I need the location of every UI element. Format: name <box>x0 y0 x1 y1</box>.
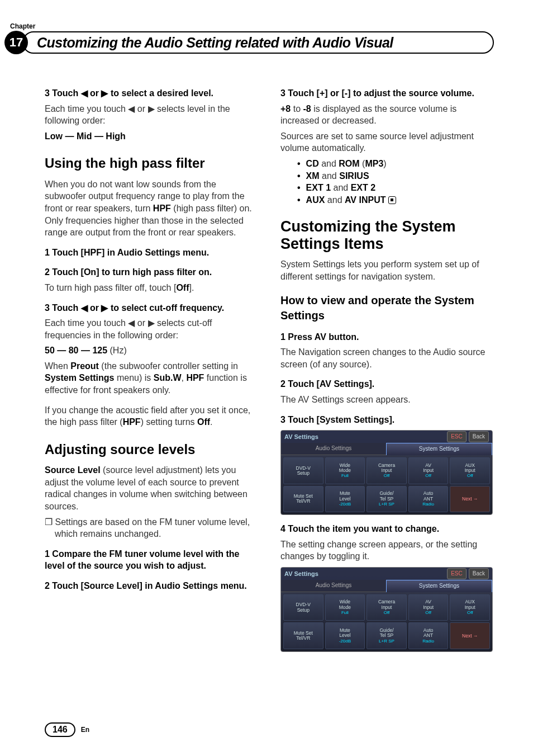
settings-cell[interactable]: AUXInputOff <box>450 594 490 621</box>
esc-button[interactable]: ESC <box>447 431 467 442</box>
list-item: AUX and AV INPUT <box>297 194 494 206</box>
step-heading: 1 Compare the FM tuner volume level with… <box>45 548 258 572</box>
settings-cell[interactable]: AutoANTRadio <box>408 486 449 513</box>
step-heading: 3 Touch [System Settings]. <box>280 414 494 426</box>
step-heading: 1 Press AV button. <box>280 331 494 343</box>
body-text: Sources are set to same source level adj… <box>280 130 494 154</box>
list-item: EXT 1 and EXT 2 <box>297 182 494 194</box>
body-text: Each time you touch ◀ or ▶ selects level… <box>45 103 258 127</box>
page-title: Customizing the Audio Setting related wi… <box>22 31 494 54</box>
body-text: To turn high pass filter off, touch [Off… <box>45 282 258 294</box>
note-item: Settings are based on the FM tuner volum… <box>55 516 258 540</box>
settings-cell[interactable]: Guide/Tel SPL+R SP <box>367 486 407 513</box>
settings-cell[interactable]: AutoANTRadio <box>408 622 449 649</box>
settings-cell[interactable]: AUXInputOff <box>450 457 490 484</box>
step-heading: 2 Touch [On] to turn high pass filter on… <box>45 266 258 278</box>
settings-grid: DVD-VSetupWideModeFullCameraInputOffAVIn… <box>281 455 492 514</box>
tab-system-settings[interactable]: System Settings <box>386 580 492 592</box>
settings-cell[interactable]: Mute SetTel/VR <box>283 486 323 513</box>
body-text: +8 to -8 is displayed as the source volu… <box>280 103 494 127</box>
settings-cell[interactable]: DVD-VSetup <box>283 594 323 621</box>
chapter-number-badge: 17 <box>4 31 28 54</box>
settings-cell[interactable]: Next → <box>450 622 490 649</box>
settings-cell[interactable]: CameraInputOff <box>367 594 407 621</box>
settings-cell[interactable]: AVInputOff <box>408 457 449 484</box>
settings-cell[interactable]: CameraInputOff <box>367 457 407 484</box>
step-heading: 2 Touch [AV Settings]. <box>280 378 494 390</box>
body-text: The AV Settings screen appears. <box>280 394 494 406</box>
page-number: 146 <box>45 722 75 737</box>
level-sequence: Low — Mid — High <box>45 130 258 143</box>
screenshot-title: AV Settings <box>284 570 445 578</box>
step-heading: 2 Touch [Source Level] in Audio Settings… <box>45 580 258 592</box>
body-text: The Navigation screen changes to the Aud… <box>280 346 494 370</box>
step-heading: 3 Touch [+] or [-] to adjust the source … <box>280 87 494 100</box>
settings-grid: DVD-VSetupWideModeFullCameraInputOffAVIn… <box>281 592 492 651</box>
tab-system-settings[interactable]: System Settings <box>386 443 492 455</box>
body-text: The setting change screen appears, or th… <box>280 538 494 563</box>
body-text: System Settings lets you perform system … <box>280 258 494 282</box>
step-heading: 1 Touch [HPF] in Audio Settings menu. <box>45 247 258 259</box>
av-settings-screenshot: AV Settings ESC Back Audio Settings Syst… <box>280 567 493 652</box>
tab-audio-settings[interactable]: Audio Settings <box>281 580 386 592</box>
body-text: Source Level (source level adjustment) l… <box>45 464 258 512</box>
esc-button[interactable]: ESC <box>447 568 467 579</box>
step-heading: 3 Touch ◀ or ▶ to select a desired level… <box>45 87 258 100</box>
chapter-label: Chapter <box>10 22 35 30</box>
settings-cell[interactable]: WideModeFull <box>325 457 365 484</box>
source-list: CD and ROM (MP3) XM and SIRIUS EXT 1 and… <box>297 158 494 206</box>
settings-cell[interactable]: Guide/Tel SPL+R SP <box>367 622 407 649</box>
section-heading-hpf: Using the high pass filter <box>45 154 258 172</box>
settings-cell[interactable]: AVInputOff <box>408 594 449 621</box>
right-column: 3 Touch [+] or [-] to adjust the source … <box>280 79 494 659</box>
page-footer: 146 En <box>45 722 89 737</box>
settings-cell[interactable]: Next → <box>450 486 490 513</box>
list-item: CD and ROM (MP3) <box>297 158 494 170</box>
stop-icon <box>388 196 396 204</box>
settings-cell[interactable]: Mute SetTel/VR <box>283 622 323 649</box>
settings-cell[interactable]: MuteLevel-20dB <box>325 622 365 649</box>
section-heading-system-settings: Customizing the System Settings Items <box>280 218 494 253</box>
section-heading-source-levels: Adjusting source levels <box>45 441 258 459</box>
frequency-sequence: 50 — 80 — 125 (Hz) <box>45 344 258 357</box>
av-settings-screenshot: AV Settings ESC Back Audio Settings Syst… <box>280 430 493 515</box>
left-column: 3 Touch ◀ or ▶ to select a desired level… <box>45 79 258 659</box>
settings-cell[interactable]: MuteLevel-20dB <box>325 486 365 513</box>
back-button[interactable]: Back <box>469 568 489 579</box>
list-item: XM and SIRIUS <box>297 170 494 182</box>
settings-cell[interactable]: DVD-VSetup <box>283 457 323 484</box>
step-heading: 4 Touch the item you want to change. <box>280 523 494 535</box>
body-text: If you change the acoustic field after y… <box>45 404 258 428</box>
screenshot-title: AV Settings <box>284 433 445 441</box>
settings-cell[interactable]: WideModeFull <box>325 594 365 621</box>
back-button[interactable]: Back <box>469 431 489 442</box>
step-heading: 3 Touch ◀ or ▶ to select cut-off frequen… <box>45 302 258 314</box>
body-text: When you do not want low sounds from the… <box>45 178 258 239</box>
tab-audio-settings[interactable]: Audio Settings <box>281 443 386 455</box>
body-text: When Preout (the subwoofer controller se… <box>45 360 258 396</box>
body-text: Each time you touch ◀ or ▶ selects cut-o… <box>45 317 258 341</box>
language-label: En <box>81 726 89 734</box>
subsection-heading: How to view and operate the System Setti… <box>280 293 494 323</box>
